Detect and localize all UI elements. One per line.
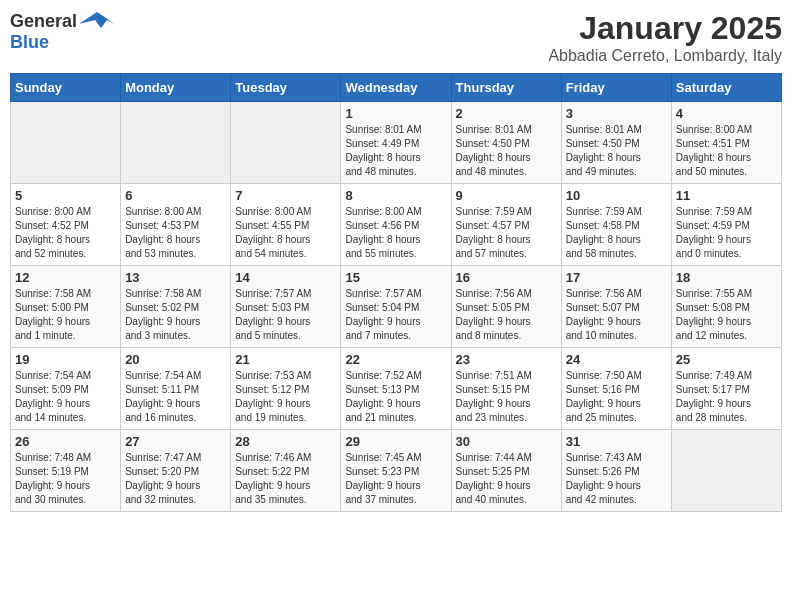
calendar-day-cell: 24Sunrise: 7:50 AM Sunset: 5:16 PM Dayli… (561, 348, 671, 430)
day-info: Sunrise: 7:45 AM Sunset: 5:23 PM Dayligh… (345, 451, 446, 507)
day-info: Sunrise: 7:59 AM Sunset: 4:57 PM Dayligh… (456, 205, 557, 261)
day-number: 30 (456, 434, 557, 449)
day-info: Sunrise: 7:43 AM Sunset: 5:26 PM Dayligh… (566, 451, 667, 507)
day-info: Sunrise: 7:49 AM Sunset: 5:17 PM Dayligh… (676, 369, 777, 425)
empty-day-cell (121, 102, 231, 184)
day-number: 28 (235, 434, 336, 449)
day-number: 10 (566, 188, 667, 203)
day-info: Sunrise: 7:59 AM Sunset: 4:59 PM Dayligh… (676, 205, 777, 261)
day-info: Sunrise: 7:58 AM Sunset: 5:00 PM Dayligh… (15, 287, 116, 343)
calendar-day-cell: 2Sunrise: 8:01 AM Sunset: 4:50 PM Daylig… (451, 102, 561, 184)
day-info: Sunrise: 7:57 AM Sunset: 5:04 PM Dayligh… (345, 287, 446, 343)
logo-bird-icon (79, 10, 115, 32)
day-number: 23 (456, 352, 557, 367)
day-info: Sunrise: 7:51 AM Sunset: 5:15 PM Dayligh… (456, 369, 557, 425)
day-number: 1 (345, 106, 446, 121)
calendar-week-row: 1Sunrise: 8:01 AM Sunset: 4:49 PM Daylig… (11, 102, 782, 184)
calendar-day-cell: 9Sunrise: 7:59 AM Sunset: 4:57 PM Daylig… (451, 184, 561, 266)
header-day-thursday: Thursday (451, 74, 561, 102)
calendar-day-cell: 18Sunrise: 7:55 AM Sunset: 5:08 PM Dayli… (671, 266, 781, 348)
day-number: 11 (676, 188, 777, 203)
day-info: Sunrise: 8:01 AM Sunset: 4:49 PM Dayligh… (345, 123, 446, 179)
day-info: Sunrise: 7:44 AM Sunset: 5:25 PM Dayligh… (456, 451, 557, 507)
day-number: 16 (456, 270, 557, 285)
calendar-day-cell: 21Sunrise: 7:53 AM Sunset: 5:12 PM Dayli… (231, 348, 341, 430)
day-info: Sunrise: 8:00 AM Sunset: 4:55 PM Dayligh… (235, 205, 336, 261)
day-number: 6 (125, 188, 226, 203)
calendar-day-cell: 3Sunrise: 8:01 AM Sunset: 4:50 PM Daylig… (561, 102, 671, 184)
day-info: Sunrise: 8:00 AM Sunset: 4:56 PM Dayligh… (345, 205, 446, 261)
day-info: Sunrise: 8:01 AM Sunset: 4:50 PM Dayligh… (456, 123, 557, 179)
month-year-title: January 2025 (548, 10, 782, 47)
day-number: 19 (15, 352, 116, 367)
calendar-day-cell: 19Sunrise: 7:54 AM Sunset: 5:09 PM Dayli… (11, 348, 121, 430)
calendar-day-cell: 25Sunrise: 7:49 AM Sunset: 5:17 PM Dayli… (671, 348, 781, 430)
day-number: 26 (15, 434, 116, 449)
day-number: 21 (235, 352, 336, 367)
day-number: 31 (566, 434, 667, 449)
header-day-tuesday: Tuesday (231, 74, 341, 102)
day-info: Sunrise: 7:54 AM Sunset: 5:11 PM Dayligh… (125, 369, 226, 425)
calendar-day-cell: 29Sunrise: 7:45 AM Sunset: 5:23 PM Dayli… (341, 430, 451, 512)
calendar-day-cell: 28Sunrise: 7:46 AM Sunset: 5:22 PM Dayli… (231, 430, 341, 512)
day-number: 18 (676, 270, 777, 285)
svg-marker-0 (79, 12, 115, 28)
day-info: Sunrise: 7:55 AM Sunset: 5:08 PM Dayligh… (676, 287, 777, 343)
calendar-day-cell: 31Sunrise: 7:43 AM Sunset: 5:26 PM Dayli… (561, 430, 671, 512)
header-day-wednesday: Wednesday (341, 74, 451, 102)
day-info: Sunrise: 7:54 AM Sunset: 5:09 PM Dayligh… (15, 369, 116, 425)
day-number: 20 (125, 352, 226, 367)
day-info: Sunrise: 8:00 AM Sunset: 4:51 PM Dayligh… (676, 123, 777, 179)
day-info: Sunrise: 7:58 AM Sunset: 5:02 PM Dayligh… (125, 287, 226, 343)
day-info: Sunrise: 8:00 AM Sunset: 4:52 PM Dayligh… (15, 205, 116, 261)
day-info: Sunrise: 7:56 AM Sunset: 5:07 PM Dayligh… (566, 287, 667, 343)
calendar-day-cell: 10Sunrise: 7:59 AM Sunset: 4:58 PM Dayli… (561, 184, 671, 266)
calendar-week-row: 26Sunrise: 7:48 AM Sunset: 5:19 PM Dayli… (11, 430, 782, 512)
title-area: January 2025 Abbadia Cerreto, Lombardy, … (548, 10, 782, 65)
day-info: Sunrise: 7:46 AM Sunset: 5:22 PM Dayligh… (235, 451, 336, 507)
calendar-day-cell: 30Sunrise: 7:44 AM Sunset: 5:25 PM Dayli… (451, 430, 561, 512)
day-number: 13 (125, 270, 226, 285)
calendar-table: SundayMondayTuesdayWednesdayThursdayFrid… (10, 73, 782, 512)
calendar-day-cell: 23Sunrise: 7:51 AM Sunset: 5:15 PM Dayli… (451, 348, 561, 430)
day-info: Sunrise: 7:59 AM Sunset: 4:58 PM Dayligh… (566, 205, 667, 261)
calendar-day-cell: 27Sunrise: 7:47 AM Sunset: 5:20 PM Dayli… (121, 430, 231, 512)
day-info: Sunrise: 8:00 AM Sunset: 4:53 PM Dayligh… (125, 205, 226, 261)
calendar-day-cell: 8Sunrise: 8:00 AM Sunset: 4:56 PM Daylig… (341, 184, 451, 266)
calendar-day-cell: 15Sunrise: 7:57 AM Sunset: 5:04 PM Dayli… (341, 266, 451, 348)
calendar-week-row: 19Sunrise: 7:54 AM Sunset: 5:09 PM Dayli… (11, 348, 782, 430)
calendar-day-cell: 6Sunrise: 8:00 AM Sunset: 4:53 PM Daylig… (121, 184, 231, 266)
header: General Blue January 2025 Abbadia Cerret… (10, 10, 782, 65)
day-info: Sunrise: 7:57 AM Sunset: 5:03 PM Dayligh… (235, 287, 336, 343)
day-info: Sunrise: 7:52 AM Sunset: 5:13 PM Dayligh… (345, 369, 446, 425)
day-info: Sunrise: 7:53 AM Sunset: 5:12 PM Dayligh… (235, 369, 336, 425)
day-number: 7 (235, 188, 336, 203)
empty-day-cell (671, 430, 781, 512)
day-number: 9 (456, 188, 557, 203)
day-number: 29 (345, 434, 446, 449)
empty-day-cell (11, 102, 121, 184)
day-number: 4 (676, 106, 777, 121)
day-number: 17 (566, 270, 667, 285)
day-number: 8 (345, 188, 446, 203)
logo: General Blue (10, 10, 115, 53)
header-day-sunday: Sunday (11, 74, 121, 102)
calendar-day-cell: 22Sunrise: 7:52 AM Sunset: 5:13 PM Dayli… (341, 348, 451, 430)
day-info: Sunrise: 8:01 AM Sunset: 4:50 PM Dayligh… (566, 123, 667, 179)
day-number: 5 (15, 188, 116, 203)
header-day-monday: Monday (121, 74, 231, 102)
calendar-day-cell: 12Sunrise: 7:58 AM Sunset: 5:00 PM Dayli… (11, 266, 121, 348)
calendar-day-cell: 20Sunrise: 7:54 AM Sunset: 5:11 PM Dayli… (121, 348, 231, 430)
day-number: 12 (15, 270, 116, 285)
calendar-day-cell: 4Sunrise: 8:00 AM Sunset: 4:51 PM Daylig… (671, 102, 781, 184)
day-info: Sunrise: 7:50 AM Sunset: 5:16 PM Dayligh… (566, 369, 667, 425)
location-subtitle: Abbadia Cerreto, Lombardy, Italy (548, 47, 782, 65)
logo-general-text: General (10, 11, 77, 32)
calendar-day-cell: 11Sunrise: 7:59 AM Sunset: 4:59 PM Dayli… (671, 184, 781, 266)
day-number: 3 (566, 106, 667, 121)
day-number: 15 (345, 270, 446, 285)
calendar-day-cell: 7Sunrise: 8:00 AM Sunset: 4:55 PM Daylig… (231, 184, 341, 266)
logo-blue-text: Blue (10, 32, 49, 52)
empty-day-cell (231, 102, 341, 184)
day-number: 27 (125, 434, 226, 449)
